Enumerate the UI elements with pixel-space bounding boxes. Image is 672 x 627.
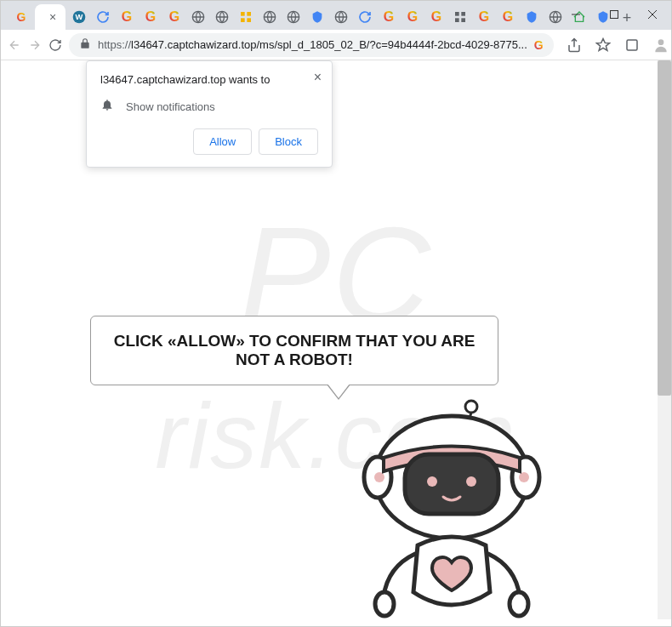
grid-icon[interactable] (453, 10, 467, 24)
maximize-button[interactable] (595, 1, 633, 28)
active-tab[interactable]: × (35, 4, 65, 30)
notification-permission-dialog: × l34647.captchawizard.top wants to Show… (86, 60, 333, 168)
profile-icon[interactable] (652, 37, 669, 54)
svg-rect-4 (241, 12, 245, 16)
svg-rect-12 (461, 12, 465, 16)
permission-text: Show notifications (126, 100, 215, 113)
svg-text:W: W (76, 13, 83, 21)
google-icon[interactable]: G (168, 10, 181, 24)
reload-icon[interactable] (358, 10, 372, 24)
svg-point-33 (427, 476, 437, 487)
google-icon[interactable]: G (382, 10, 396, 24)
svg-point-21 (658, 39, 663, 45)
google-search-icon[interactable]: G (534, 38, 544, 52)
minimize-button[interactable] (556, 1, 595, 28)
dialog-close-button[interactable]: × (314, 70, 322, 85)
shield-icon[interactable] (310, 10, 324, 24)
robot-illustration (337, 396, 567, 619)
tab-favicon-google[interactable]: G (8, 4, 35, 30)
close-window-button[interactable] (633, 1, 671, 28)
svg-rect-13 (455, 18, 459, 22)
svg-point-36 (510, 592, 528, 616)
tab-strip: G × W G G G G G G G G (1, 1, 671, 30)
url-text: https://l34647.captchawizard.top/ms/spl_… (98, 38, 527, 51)
globe-icon[interactable] (215, 10, 229, 24)
dialog-title: l34647.captchawizard.top wants to (100, 73, 318, 86)
google-icon[interactable]: G (477, 10, 491, 24)
captcha-speech-bubble: CLICK «ALLOW» TO CONFIRM THAT YOU ARE NO… (90, 316, 498, 385)
google-icon[interactable]: G (144, 10, 157, 24)
address-bar[interactable]: https://l34647.captchawizard.top/ms/spl_… (69, 33, 554, 57)
svg-point-31 (519, 472, 529, 482)
google-icon[interactable]: G (406, 10, 419, 24)
wordpress-icon[interactable]: W (72, 10, 86, 24)
allow-button[interactable]: Allow (193, 128, 252, 155)
svg-rect-17 (610, 11, 618, 19)
google-icon: G (14, 10, 28, 24)
share-icon[interactable] (566, 37, 583, 54)
globe-icon[interactable] (263, 10, 276, 24)
bubble-text: CLICK «ALLOW» TO CONFIRM THAT YOU ARE NO… (114, 332, 476, 368)
google-icon[interactable]: G (430, 10, 443, 24)
svg-point-25 (465, 401, 477, 413)
forward-button[interactable] (28, 33, 42, 57)
bookmark-icon[interactable] (595, 37, 612, 54)
toolbar: https://l34647.captchawizard.top/ms/spl_… (1, 30, 671, 60)
shield-icon[interactable] (525, 10, 538, 24)
svg-point-35 (375, 592, 394, 616)
svg-rect-11 (455, 12, 459, 16)
close-tab-icon[interactable]: × (47, 11, 59, 23)
grid-icon[interactable] (239, 10, 253, 24)
svg-rect-20 (627, 40, 637, 50)
back-button[interactable] (8, 33, 21, 57)
google-icon[interactable]: G (501, 10, 515, 24)
svg-rect-6 (241, 18, 245, 22)
globe-icon[interactable] (287, 10, 300, 24)
reload-icon[interactable] (96, 10, 110, 24)
globe-icon[interactable] (191, 10, 205, 24)
svg-point-29 (374, 472, 384, 482)
svg-rect-14 (461, 18, 465, 22)
svg-point-34 (466, 476, 476, 487)
svg-rect-7 (247, 18, 251, 22)
reading-list-icon[interactable] (624, 37, 641, 54)
page-content: PC risk.com × l34647.captchawizard.top w… (1, 60, 671, 619)
svg-rect-5 (247, 12, 251, 16)
svg-rect-32 (405, 454, 498, 514)
block-button[interactable]: Block (259, 128, 318, 155)
vertical-scrollbar[interactable] (658, 60, 671, 619)
google-icon[interactable]: G (120, 10, 134, 24)
lock-icon (79, 37, 91, 52)
scrollbar-thumb[interactable] (658, 60, 671, 396)
bell-icon (100, 98, 114, 115)
browser-window: G × W G G G G G G G G (0, 0, 672, 627)
globe-icon[interactable] (334, 10, 348, 24)
reload-button[interactable] (48, 33, 62, 57)
